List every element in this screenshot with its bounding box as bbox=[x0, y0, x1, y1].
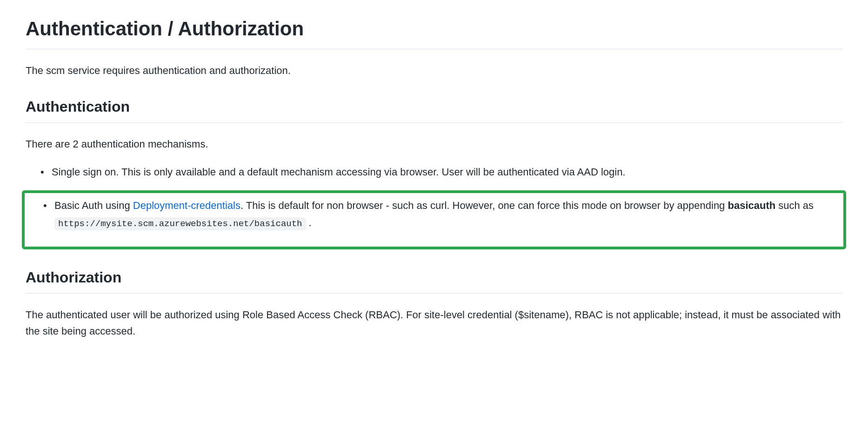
deployment-credentials-link[interactable]: Deployment-credentials bbox=[133, 200, 240, 211]
list-item: Single sign on. This is only available a… bbox=[26, 163, 842, 181]
text-fragment: . bbox=[306, 217, 312, 228]
text-fragment: such as bbox=[775, 200, 814, 211]
list-item: Basic Auth using Deployment-credentials.… bbox=[25, 197, 843, 232]
basicauth-bold: basicauth bbox=[728, 200, 775, 211]
authentication-intro: There are 2 authentication mechanisms. bbox=[26, 136, 842, 152]
authorization-paragraph: The authenticated user will be authorize… bbox=[26, 307, 842, 339]
intro-paragraph: The scm service requires authentication … bbox=[26, 62, 842, 79]
url-code: https://mysite.scm.azurewebsites.net/bas… bbox=[54, 217, 306, 230]
page-title: Authentication / Authorization bbox=[26, 14, 842, 49]
highlighted-item-box: Basic Auth using Deployment-credentials.… bbox=[22, 190, 846, 249]
text-fragment: . This is default for non browser - such… bbox=[240, 200, 728, 211]
authentication-list: Single sign on. This is only available a… bbox=[26, 163, 842, 181]
text-fragment: Basic Auth using bbox=[54, 200, 133, 211]
authorization-heading: Authorization bbox=[26, 266, 842, 294]
authentication-list-highlighted: Basic Auth using Deployment-credentials.… bbox=[25, 197, 843, 232]
authentication-heading: Authentication bbox=[26, 95, 842, 123]
